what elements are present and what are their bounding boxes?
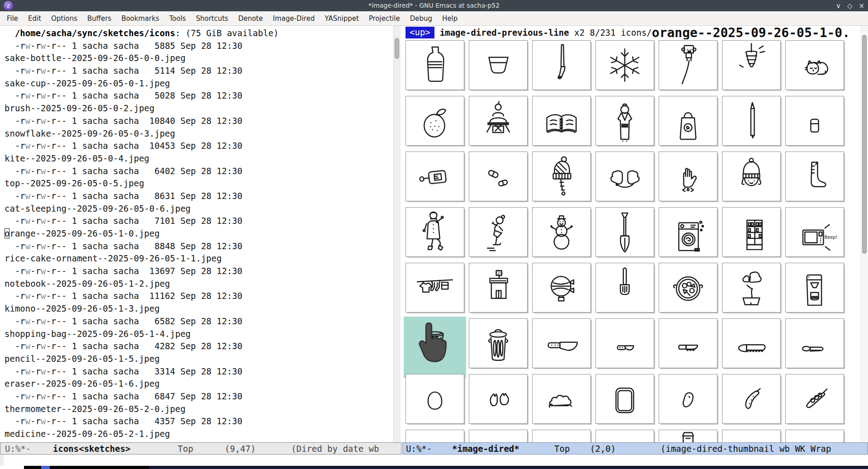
thumbnail-rice-cake-ornament[interactable]: [469, 96, 528, 146]
thumbnail-mittens[interactable]: [595, 152, 654, 201]
menu-file[interactable]: File: [2, 14, 23, 23]
dired-file-name[interactable]: sake-cup--2025-09-26-05-0-1.jpeg: [5, 77, 393, 90]
dired-file-name[interactable]: kimono--2025-09-26-05-1-3.jpeg: [5, 303, 393, 315]
thumbnail-empty: [406, 430, 464, 442]
menu-yasnippet[interactable]: YASnippet: [320, 14, 364, 23]
dired-file-name[interactable]: eraser--2025-09-26-05-1-6.jpeg: [5, 378, 393, 390]
thumbnail-kite[interactable]: [659, 40, 717, 90]
dired-file-name[interactable]: brush--2025-09-26-05-0-2.jpeg: [5, 102, 393, 115]
dired-file-perms: -rw-rw-r-- 1 sacha sacha 4357 Sep 28 12:…: [5, 415, 393, 428]
menu-bookmarks[interactable]: Bookmarks: [116, 14, 164, 23]
dired-file-name[interactable]: sake-bottle--2025-09-26-05-0-0.jpeg: [5, 52, 393, 65]
bottom-panel-edge: [0, 466, 868, 469]
thumbnail-egg[interactable]: [406, 374, 464, 424]
echo-area[interactable]: [0, 455, 868, 466]
dired-file-perms: -rw-rw-r-- 1 sacha sacha 10453 Sep 28 12…: [5, 140, 393, 152]
thumbnail-pencil[interactable]: [722, 96, 781, 146]
close-icon[interactable]: ×: [859, 2, 864, 10]
thumbnail-sake-bottle[interactable]: [406, 40, 464, 90]
dired-scrollbar[interactable]: [393, 26, 401, 442]
dired-file-name[interactable]: cat-sleeping--2025-09-26-05-0-6.jpeg: [5, 203, 393, 215]
thumbnail-pea-pod[interactable]: [785, 374, 844, 424]
menu-shortcuts[interactable]: Shortcuts: [191, 14, 233, 23]
thumbnail-notebook[interactable]: [532, 96, 591, 146]
image-dired-scrollbar[interactable]: [861, 26, 868, 442]
menu-projectile[interactable]: Projectile: [364, 14, 405, 23]
thumbnail-bonsai[interactable]: [722, 263, 781, 313]
dired-file-name[interactable]: snowflake--2025-09-26-05-0-3.jpeg: [5, 128, 393, 140]
thumbnail-oden-pot[interactable]: [659, 263, 717, 313]
thumbnail-brush[interactable]: [532, 40, 591, 90]
menu-debug[interactable]: Debug: [405, 14, 437, 23]
modeline-flags: U:%*-: [406, 444, 432, 454]
dired-file-name[interactable]: thermometer--2025-09-26-05-2-0.jpeg: [5, 403, 393, 416]
thumbnail-washing-machine[interactable]: [659, 207, 717, 257]
thumbnail-medicine[interactable]: [469, 152, 528, 201]
thumbnail-sake-cup[interactable]: [469, 40, 528, 90]
thumbnail-bean[interactable]: [659, 374, 717, 424]
dired-file-name[interactable]: rice-cake-ornament--2025-09-26-05-1-1.jp…: [5, 252, 393, 265]
menu-help[interactable]: Help: [437, 14, 462, 23]
modeline-buffer-name[interactable]: *image-dired*: [452, 444, 519, 454]
thumbnail-snowman[interactable]: [532, 207, 591, 257]
thumbnail-person-winter-hat[interactable]: [722, 152, 781, 201]
dired-file-name[interactable]: pencil--2025-09-26-05-1-5.jpeg: [5, 353, 393, 365]
thumbnail-winter-hat[interactable]: [532, 152, 591, 201]
thumbnail-store-fridge[interactable]: [722, 207, 781, 257]
thumbnail-orange[interactable]: [406, 96, 464, 146]
image-dired-scrollbar-thumb[interactable]: [862, 35, 867, 254]
thumbnail-laundry[interactable]: [406, 263, 464, 313]
thumbnail-dough[interactable]: [532, 374, 591, 424]
dired-file-name[interactable]: top--2025-09-26-05-0-5.jpeg: [5, 177, 393, 190]
thumbnail-bread-knife[interactable]: [722, 318, 781, 368]
thumbnail-bread-slice[interactable]: [595, 374, 654, 424]
thumbnail-kitchen-knife[interactable]: [532, 318, 591, 368]
dired-file-name[interactable]: shopping-bag--2025-09-26-05-1-4.jpeg: [5, 328, 393, 341]
thumbnail-convenience-store[interactable]: 24: [469, 263, 528, 313]
thumbnail-blimp[interactable]: [532, 263, 591, 313]
mouse-cursor-hand-icon: [406, 319, 464, 368]
thumbnail-cracked-egg[interactable]: [469, 374, 528, 424]
thumbnail-garbage-can[interactable]: [469, 318, 528, 368]
maximize-icon[interactable]: ◇: [847, 2, 853, 10]
thumbnail-cucumber[interactable]: [722, 374, 781, 424]
thumbnail-kimono[interactable]: [595, 96, 654, 146]
thumbnail-serrated-knife[interactable]: [659, 318, 717, 368]
thumbnail-person-skating[interactable]: [469, 207, 528, 257]
thumbnail-butter-knife[interactable]: [785, 318, 844, 368]
dired-file-name[interactable]: notebook--2025-09-26-05-1-2.jpeg: [5, 278, 393, 290]
window-title: *image-dired* - GNU Emacs at sacha-p52: [0, 0, 868, 11]
dired-scrollbar-thumb[interactable]: [395, 38, 399, 59]
thumbnail-wire-trash-can[interactable]: [406, 318, 464, 368]
thumbnail-microwave[interactable]: Beep!: [785, 207, 844, 257]
minimize-icon[interactable]: ∨: [836, 2, 841, 10]
thumbnail-spinning-top[interactable]: [722, 40, 781, 90]
thumbnail-thermometer[interactable]: [406, 152, 464, 201]
menu-denote[interactable]: Denote: [233, 14, 268, 23]
menu-tools[interactable]: Tools: [164, 14, 191, 23]
thumbnail-person-walking[interactable]: [406, 207, 464, 257]
thumbnail-coffee-maker[interactable]: [785, 263, 844, 313]
thumbnail-snowflake[interactable]: [595, 40, 654, 90]
menu-image-dired[interactable]: Image-Dired: [268, 14, 320, 23]
thumbnail-eraser[interactable]: [785, 96, 844, 146]
modeline-image-dired: U:%*- *image-dired* Top (2,0) (image-dir…: [402, 442, 868, 455]
dired-file-name[interactable]: medicine--2025-09-26-05-2-1.jpeg: [5, 428, 393, 441]
menu-edit[interactable]: Edit: [23, 14, 46, 23]
thumbnail-shovel[interactable]: [595, 207, 654, 257]
thumbnail-spatula[interactable]: [595, 263, 654, 313]
thumbnail-cat-sleeping[interactable]: [785, 40, 844, 90]
thumbnail-paring-knife[interactable]: [595, 318, 654, 368]
menu-options[interactable]: Options: [46, 14, 82, 23]
thumbnail-shopping-bag[interactable]: [659, 96, 717, 146]
dired-file-perms: -rw-rw-r-- 1 sacha sacha 5885 Sep 28 12:…: [5, 40, 393, 52]
menu-buffers[interactable]: Buffers: [82, 14, 116, 23]
menu-bar: FileEditOptionsBuffersBookmarksToolsShor…: [0, 11, 868, 26]
thumbnail-carton[interactable]: [659, 430, 717, 442]
dired-file-name[interactable]: orange--2025-09-26-05-1-0.jpeg: [5, 227, 393, 240]
modeline-position: Top: [178, 444, 193, 454]
modeline-buffer-name[interactable]: icons<sketches>: [53, 444, 131, 454]
thumbnail-boot[interactable]: [785, 152, 844, 201]
thumbnail-glove[interactable]: [659, 152, 717, 201]
dired-file-name[interactable]: kite--2025-09-26-05-0-4.jpeg: [5, 152, 393, 165]
